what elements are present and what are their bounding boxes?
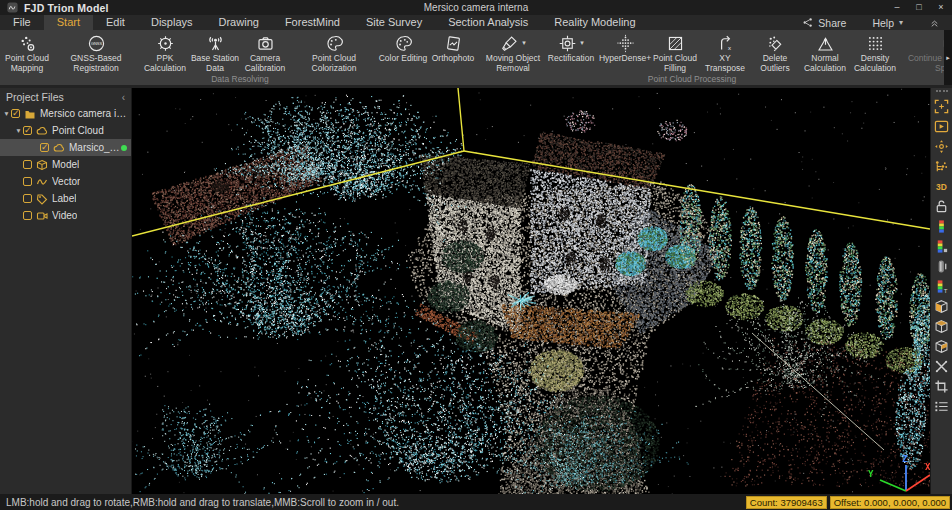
app-title: FJD Trion Model [24, 2, 109, 14]
svg-text:x: x [728, 44, 731, 50]
delete-outliers-icon [766, 34, 785, 53]
unlock-icon[interactable] [934, 199, 949, 214]
point-count-badge: Count: 37909463 [746, 496, 827, 509]
chevron-down-icon[interactable]: ▾ [522, 39, 526, 47]
tree-item-mersico-camera-interna[interactable]: ▼Mersico camera interna [0, 105, 131, 122]
cube-solid-icon[interactable] [934, 299, 949, 314]
project-tree: ▼Mersico camera interna▼Point CloudMarsi… [0, 105, 131, 224]
tree-item-label: Mersico camera interna [40, 108, 127, 119]
folder-icon [24, 108, 36, 120]
help-label[interactable]: Help [872, 17, 894, 29]
point-cloud-mapping-icon [18, 34, 37, 53]
window-controls: – □ × [886, 0, 952, 15]
menu-item-site-survey[interactable]: Site Survey [353, 15, 435, 30]
cube-section-icon[interactable] [934, 339, 949, 354]
ribbon-group-point-cloud-processing: ▾Moving Object Removal▾RectificationHype… [482, 30, 902, 85]
minimize-icon[interactable]: – [886, 0, 908, 15]
tree-item-point-cloud[interactable]: ▼Point Cloud [0, 122, 131, 139]
point-cloud-filling-icon [666, 34, 685, 53]
rectification-icon [558, 34, 577, 53]
fit-view-icon[interactable] [934, 99, 949, 114]
app-logo-icon [7, 2, 18, 13]
menu-item-drawing[interactable]: Drawing [206, 15, 272, 30]
menu-item-start[interactable]: Start [44, 15, 93, 30]
share-icon[interactable] [802, 17, 813, 28]
ribbon-button-label: XY Transpose [700, 54, 750, 73]
expander-arrow-icon[interactable]: ▼ [14, 127, 23, 134]
chevron-down-icon[interactable]: ▾ [580, 39, 584, 47]
visibility-checkbox[interactable] [11, 109, 20, 118]
orbit-control-icon[interactable] [934, 139, 949, 154]
titlebar: FJD Trion Model Mersico camera interna –… [0, 0, 952, 15]
base-station-icon [206, 34, 225, 53]
svg-text:3D: 3D [936, 182, 947, 192]
color-editing-icon [394, 34, 413, 53]
ribbon-button-label: Camera Calibration [240, 54, 290, 73]
menu-item-section-analysis[interactable]: Section Analysis [435, 15, 541, 30]
visibility-checkbox[interactable] [23, 194, 32, 203]
point-cloud-colorization-icon [325, 34, 344, 53]
ribbon-button-label: Moving Object Removal [484, 54, 542, 73]
ribbon-button-label: Delete Outliers [750, 54, 800, 73]
ribbon-expand-arrow-icon[interactable]: ▸ [944, 30, 952, 85]
tree-item-label[interactable]: Label [0, 190, 131, 207]
project-panel-header: Project Files ‹ [0, 88, 131, 105]
visibility-checkbox[interactable] [23, 211, 32, 220]
svg-text:T: T [944, 287, 948, 294]
mouse-hint: LMB:hold and drag to rotate,RMB:hold and… [6, 497, 399, 508]
density-calculation-icon [866, 34, 885, 53]
ppk-calculation-icon [156, 34, 175, 53]
sidebar-handle-icon[interactable] [936, 90, 948, 93]
tree-item-model[interactable]: Model [0, 156, 131, 173]
collapse-ribbon-icon[interactable] [929, 17, 940, 28]
vector-icon [36, 176, 48, 188]
project-files-panel: Project Files ‹ ▼Mersico camera interna▼… [0, 88, 132, 494]
ribbon-button-label: Color Editing [379, 54, 428, 64]
view-3d-icon[interactable]: 3D [934, 179, 949, 194]
ribbon-button-label: PPK Calculation [140, 54, 190, 73]
colorbar-class-icon[interactable]: T [934, 279, 949, 294]
tree-item-label: Point Cloud [52, 125, 104, 136]
chevron-down-icon[interactable]: ▾ [899, 18, 903, 27]
panel-collapse-icon[interactable]: ‹ [122, 92, 125, 103]
colorbar-rgb-icon[interactable] [934, 219, 949, 234]
tree-item-label: Model [52, 159, 79, 170]
tree-item-label: Label [52, 193, 76, 204]
deselect-icon[interactable] [934, 359, 949, 374]
visibility-checkbox[interactable] [40, 143, 49, 152]
visibility-checkbox[interactable] [23, 160, 32, 169]
tree-item-video[interactable]: Video [0, 207, 131, 224]
visibility-checkbox[interactable] [23, 126, 32, 135]
ribbon-button-label: Normal Calculation [800, 54, 850, 73]
model-icon [36, 159, 48, 171]
crop-box-icon[interactable] [934, 379, 949, 394]
colorbar-height-icon[interactable] [934, 239, 949, 254]
point-cloud-canvas[interactable] [132, 88, 930, 494]
gnss-registration-icon: GNSS [87, 34, 106, 53]
menu-item-forestmind[interactable]: ForestMind [272, 15, 353, 30]
cube-wireframe-icon[interactable] [934, 319, 949, 334]
intensity-bar-icon[interactable] [934, 259, 949, 274]
tree-item-marsico-2025-12-10[interactable]: Marsico_2025-12-10-... [0, 139, 131, 156]
menubar-right: Share Help ▾ [802, 17, 952, 29]
ribbon-button-label: Point Cloud Filling [650, 54, 700, 73]
expander-arrow-icon[interactable]: ▼ [2, 110, 11, 117]
orthophoto-icon [444, 34, 463, 53]
tree-item-vector[interactable]: Vector [0, 173, 131, 190]
point-tree-icon[interactable] [934, 159, 949, 174]
video-icon [36, 210, 48, 222]
viewport-3d[interactable] [132, 88, 930, 494]
hyperdense-icon [616, 34, 635, 53]
menu-item-file[interactable]: File [0, 15, 44, 30]
menu-item-displays[interactable]: Displays [138, 15, 206, 30]
share-label[interactable]: Share [818, 17, 846, 29]
menu-item-reality-modeling[interactable]: Reality Modeling [541, 15, 648, 30]
tree-item-label: Marsico_2025-12-10-... [69, 142, 121, 153]
display-list-icon[interactable] [934, 399, 949, 414]
preview-icon[interactable] [934, 119, 949, 134]
close-icon[interactable]: × [930, 0, 952, 15]
maximize-icon[interactable]: □ [908, 0, 930, 15]
visibility-checkbox[interactable] [23, 177, 32, 186]
menu-item-edit[interactable]: Edit [93, 15, 138, 30]
svg-text:GNSS: GNSS [90, 41, 102, 46]
